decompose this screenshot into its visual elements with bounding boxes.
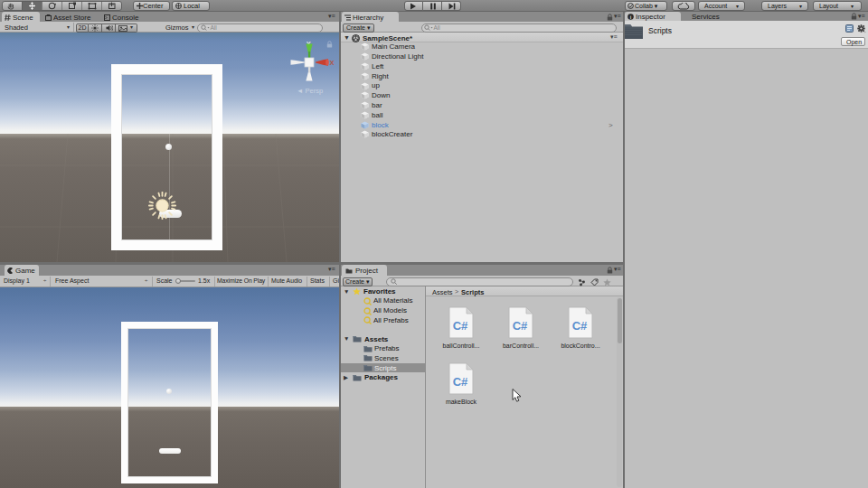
svg-text:C#: C# — [453, 319, 468, 333]
svg-text:C#: C# — [453, 375, 468, 389]
svg-text:All: All — [211, 24, 218, 31]
svg-text:X: X — [330, 59, 335, 67]
svg-text:All: All — [434, 24, 441, 31]
svg-text:C#: C# — [513, 319, 528, 333]
svg-text:C#: C# — [572, 319, 588, 333]
